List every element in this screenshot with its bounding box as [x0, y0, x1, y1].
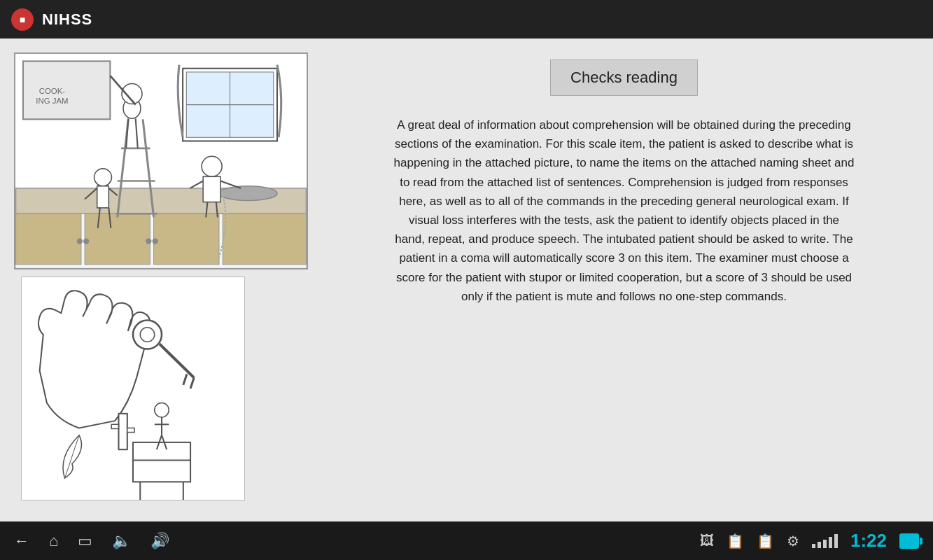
volume-down-button[interactable]: 🔈	[112, 532, 131, 550]
battery-icon	[899, 533, 919, 549]
clipboard-green-icon[interactable]: 📋	[727, 533, 744, 550]
svg-point-30	[94, 169, 112, 186]
svg-text:ING JAM: ING JAM	[36, 97, 68, 105]
nav-right-controls: 🖼 📋 📋 ⚙ 1:22	[700, 530, 919, 552]
svg-rect-7	[23, 61, 110, 119]
app-icon: ■	[11, 8, 34, 31]
svg-point-19	[219, 186, 277, 201]
svg-point-36	[202, 156, 222, 176]
svg-rect-12	[85, 214, 150, 265]
naming-sheet-image	[21, 276, 245, 500]
svg-rect-49	[111, 424, 118, 428]
description-text: A great deal of information about compre…	[393, 115, 855, 306]
svg-point-56	[155, 403, 169, 418]
checks-reading-button[interactable]: Checks reading	[550, 59, 698, 96]
svg-text:COOK-: COOK-	[39, 87, 66, 95]
right-panel: Checks reading A great deal of informati…	[329, 52, 919, 507]
svg-point-47	[140, 328, 155, 342]
svg-rect-50	[127, 428, 134, 432]
volume-up-button[interactable]: 🔊	[150, 532, 169, 550]
clock-display: 1:22	[850, 530, 887, 552]
svg-point-17	[146, 238, 151, 244]
bottombar: ← ⌂ ▭ 🔈 🔊 🖼 📋 📋 ⚙ 1:22	[0, 522, 933, 560]
left-panel: COOK- ING JAM	[14, 52, 308, 507]
recent-apps-button[interactable]: ▭	[78, 532, 92, 550]
svg-rect-13	[154, 214, 219, 265]
clipboard-blue-icon[interactable]: 📋	[757, 533, 774, 550]
svg-point-16	[83, 238, 89, 244]
back-button[interactable]: ←	[14, 532, 29, 550]
app-title: NIHSS	[42, 10, 92, 29]
svg-point-18	[153, 238, 158, 244]
svg-rect-37	[203, 176, 220, 202]
svg-point-15	[77, 238, 83, 244]
svg-rect-51	[133, 442, 190, 482]
signal-icon	[812, 534, 838, 548]
nav-left-controls: ← ⌂ ▭ 🔈 🔊	[14, 532, 169, 550]
svg-rect-48	[118, 414, 127, 449]
kitchen-scene-image: COOK- ING JAM	[14, 52, 308, 270]
home-button[interactable]: ⌂	[49, 532, 58, 550]
topbar: ■ NIHSS	[0, 0, 933, 38]
gallery-icon[interactable]: 🖼	[700, 533, 714, 549]
app-icon-letter: ■	[20, 14, 25, 25]
svg-rect-14	[223, 214, 306, 265]
settings-icon[interactable]: ⚙	[787, 533, 799, 550]
svg-rect-31	[97, 186, 109, 208]
svg-rect-11	[16, 214, 81, 265]
main-content: COOK- ING JAM	[0, 38, 933, 522]
